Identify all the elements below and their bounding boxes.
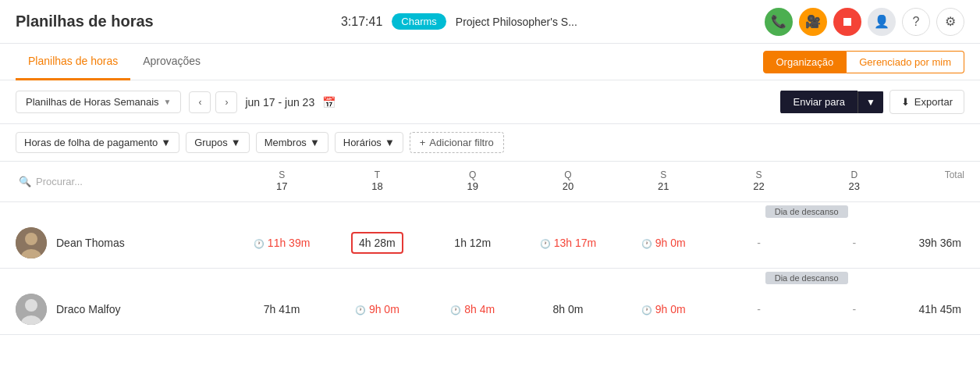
video-button[interactable]: 🎥	[799, 8, 827, 36]
cell-draco-2[interactable]: 🕐 8h 4m	[425, 297, 520, 322]
toolbar-right: Enviar para ▼ ⬇ Exportar	[780, 90, 964, 114]
help-button[interactable]: ?	[902, 8, 930, 36]
stop-icon: ⏹	[841, 15, 854, 29]
phone-button[interactable]: 📞	[765, 8, 793, 36]
rest-day-badge-dean: Dia de descanso	[765, 205, 848, 218]
cell-dean-2[interactable]: 1h 12m	[425, 230, 520, 255]
app-header: Planilhas de horas 3:17:41 Charms Projec…	[0, 0, 980, 44]
chevron-right-icon: ›	[225, 97, 228, 108]
filter-row: Horas de folha de pagamento ▼ Grupos ▼ M…	[0, 124, 980, 162]
employee-section-dean: Dia de descanso Dean Thomas 🕐 11h 39m	[0, 202, 980, 269]
col-header-q20: Q 20	[520, 162, 616, 201]
avatar-dean	[16, 227, 47, 258]
filter-schedules[interactable]: Horários ▼	[335, 132, 403, 153]
charms-badge: Charms	[392, 13, 446, 30]
cell-dean-total: 39h 36m	[902, 230, 964, 255]
search-placeholder[interactable]: Procurar...	[36, 176, 83, 187]
header-actions: 📞 🎥 ⏹ 👤 ? ⚙	[765, 8, 964, 36]
cell-draco-3[interactable]: 8h 0m	[520, 297, 616, 322]
filter-organization[interactable]: Organização	[763, 51, 847, 73]
cell-draco-1[interactable]: 🕐 9h 0m	[329, 297, 424, 322]
cell-draco-0[interactable]: 7h 41m	[234, 297, 329, 322]
settings-icon: ⚙	[945, 14, 956, 29]
highlight-cell: 4h 28m	[351, 232, 403, 254]
user-icon: 👤	[874, 14, 889, 29]
add-filter-label: Adicionar filtro	[429, 137, 493, 148]
col-header-d23: D 23	[807, 162, 902, 201]
send-dropdown-button[interactable]: ▼	[858, 91, 883, 113]
toolbar-left: Planilhas de Horas Semanais ▼ ‹ › jun 17…	[16, 91, 336, 113]
cell-draco-4[interactable]: 🕐 9h 0m	[616, 297, 711, 322]
tab-timesheets[interactable]: Planilhas de horas	[16, 44, 130, 80]
search-col-header: 🔍 Procurar...	[16, 162, 234, 201]
search-icon: 🔍	[19, 176, 31, 187]
overtime-icon-4: 🕐	[641, 239, 652, 248]
filter-members-label: Membros	[265, 137, 307, 148]
period-label: jun 17 - jun 23	[245, 96, 314, 109]
cell-dean-1[interactable]: 4h 28m	[329, 226, 424, 260]
project-name: Project Philosopher's S...	[456, 16, 577, 28]
chevron-down-icon: ▼	[866, 97, 875, 108]
cell-dean-6[interactable]: -	[807, 230, 902, 255]
employee-info-dean: Dean Thomas	[16, 227, 234, 258]
filter-managed-by-me[interactable]: Gerenciado por mim	[847, 51, 964, 73]
help-icon: ?	[913, 15, 920, 29]
prev-period-button[interactable]: ‹	[189, 91, 211, 113]
employee-info-draco: Draco Malfoy	[16, 294, 234, 325]
svg-point-1	[25, 233, 37, 245]
overtime-icon-0: 🕐	[254, 239, 265, 248]
col-header-total: Total	[902, 162, 964, 201]
col-header-s21: S 21	[616, 162, 711, 201]
overtime-icon-d2: 🕐	[450, 305, 461, 315]
chevron-down-icon: ▼	[310, 137, 320, 148]
table-container: 🔍 Procurar... S 17 T 18 Q 19 Q 20 S 21 S…	[0, 162, 980, 335]
tabs-left: Planilhas de horas Aprovações	[16, 44, 213, 80]
overtime-icon-d1: 🕐	[355, 305, 366, 315]
tabs-right: Organização Gerenciado por mim	[763, 51, 965, 73]
export-label: Exportar	[914, 96, 953, 108]
cell-dean-5[interactable]: -	[711, 230, 806, 255]
next-period-button[interactable]: ›	[215, 91, 237, 113]
send-main-button[interactable]: Enviar para	[780, 91, 857, 113]
cell-dean-3[interactable]: 🕐 13h 17m	[520, 230, 616, 255]
avatar-draco	[16, 294, 47, 325]
chevron-down-icon: ▼	[161, 137, 171, 148]
settings-button[interactable]: ⚙	[936, 8, 964, 36]
rest-day-badge-draco: Dia de descanso	[765, 272, 848, 284]
filter-members[interactable]: Membros ▼	[256, 132, 328, 153]
employee-section-draco: Dia de descanso Draco Malfoy 7h 41m	[0, 269, 980, 335]
page-title: Planilhas de horas	[16, 12, 154, 30]
table-row: Draco Malfoy 7h 41m 🕐 9h 0m 🕐 8h 4m 8h 0…	[0, 284, 980, 334]
user-button[interactable]: 👤	[868, 8, 896, 36]
rest-day-header-dean: Dia de descanso	[0, 202, 980, 218]
chevron-down-icon: ▼	[231, 137, 241, 148]
view-selector[interactable]: Planilhas de Horas Semanais ▼	[16, 91, 181, 113]
calendar-icon[interactable]: 📅	[322, 96, 336, 109]
send-button-group: Enviar para ▼	[780, 90, 882, 114]
cell-dean-0[interactable]: 🕐 11h 39m	[234, 230, 329, 255]
filter-payroll-hours[interactable]: Horas de folha de pagamento ▼	[16, 132, 179, 153]
video-icon: 🎥	[805, 14, 821, 29]
view-label: Planilhas de Horas Semanais	[26, 96, 159, 108]
svg-point-4	[25, 299, 37, 312]
cell-dean-4[interactable]: 🕐 9h 0m	[616, 230, 711, 255]
phone-icon: 📞	[771, 14, 786, 29]
col-header-t18: T 18	[329, 162, 424, 201]
toolbar: Planilhas de Horas Semanais ▼ ‹ › jun 17…	[0, 80, 980, 124]
col-header-s22: S 22	[711, 162, 806, 201]
filter-groups[interactable]: Grupos ▼	[186, 132, 250, 153]
plus-icon: +	[420, 137, 426, 148]
cell-draco-5[interactable]: -	[711, 297, 806, 322]
col-header-s17: S 17	[234, 162, 329, 201]
tab-approvals[interactable]: Aprovações	[130, 44, 213, 80]
period-nav: ‹ › jun 17 - jun 23 📅	[189, 91, 336, 113]
cell-draco-6[interactable]: -	[807, 297, 902, 322]
col-header-q19: Q 19	[425, 162, 520, 201]
employee-name-draco: Draco Malfoy	[56, 303, 120, 315]
chevron-down-icon: ▼	[164, 98, 172, 106]
add-filter-button[interactable]: + Adicionar filtro	[410, 132, 504, 153]
filter-schedules-label: Horários	[343, 137, 382, 148]
export-button[interactable]: ⬇ Exportar	[889, 90, 964, 114]
stop-button[interactable]: ⏹	[833, 8, 861, 36]
table-header: 🔍 Procurar... S 17 T 18 Q 19 Q 20 S 21 S…	[0, 162, 980, 202]
